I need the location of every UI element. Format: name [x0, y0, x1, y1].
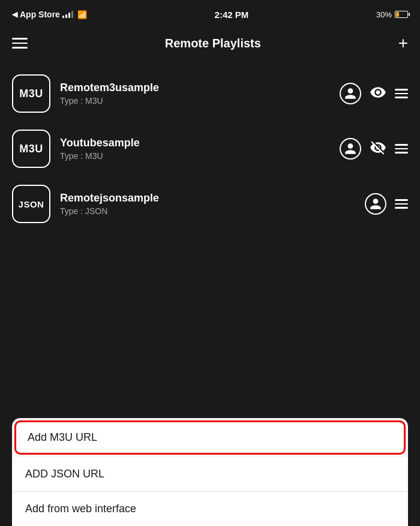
item-type-3: Type : JSON	[60, 206, 355, 216]
item-actions-2	[340, 138, 408, 160]
item-menu-1[interactable]	[395, 89, 408, 98]
add-button[interactable]: +	[398, 35, 408, 52]
add-m3u-url-item[interactable]: Add M3U URL	[14, 420, 406, 455]
item-menu-2[interactable]	[395, 144, 408, 154]
playlist-item-2: M3U Youtubesample Type : M3U	[0, 121, 420, 176]
item-info-2: Youtubesample Type : M3U	[60, 137, 330, 161]
battery-percent: 30%	[376, 10, 392, 19]
person-icon-3[interactable]	[365, 193, 386, 215]
top-nav: Remote Playlists +	[0, 26, 420, 60]
item-info-3: Remotejsonsample Type : JSON	[60, 192, 355, 216]
back-arrow: ◀	[12, 10, 17, 19]
item-type-1: Type : M3U	[60, 96, 330, 106]
item-actions-1	[340, 83, 408, 104]
item-name-1: Remotem3usample	[60, 82, 330, 94]
add-web-interface-item[interactable]: Add from web interface	[12, 492, 408, 526]
item-name-3: Remotejsonsample	[60, 192, 355, 205]
item-actions-3	[365, 193, 408, 215]
person-icon-2[interactable]	[340, 138, 361, 160]
status-bar: ◀ App Store 📶 2:42 PM 30%	[0, 0, 420, 26]
dropdown-overlay: Add M3U URL ADD JSON URL Add from web in…	[0, 358, 420, 526]
page-title: Remote Playlists	[165, 37, 261, 50]
carrier-label: App Store	[20, 10, 60, 19]
item-type-2: Type : M3U	[60, 151, 330, 161]
app-container: ◀ App Store 📶 2:42 PM 30%	[0, 0, 420, 526]
playlist-item-3: JSON Remotejsonsample Type : JSON	[0, 176, 420, 232]
type-badge-m3u-2: M3U	[12, 130, 50, 168]
type-badge-json: JSON	[12, 185, 50, 223]
item-menu-3[interactable]	[395, 199, 408, 209]
type-badge-m3u-1: M3U	[12, 74, 50, 113]
add-json-url-item[interactable]: ADD JSON URL	[12, 457, 408, 492]
menu-button[interactable]	[12, 38, 28, 49]
dropdown-menu: Add M3U URL ADD JSON URL Add from web in…	[12, 418, 408, 526]
playlist-list: M3U Remotem3usample Type : M3U	[0, 60, 420, 238]
item-info-1: Remotem3usample Type : M3U	[60, 82, 330, 106]
item-name-2: Youtubesample	[60, 137, 330, 149]
signal-icon	[62, 11, 73, 18]
battery-icon	[395, 11, 408, 18]
wifi-icon: 📶	[77, 10, 87, 19]
person-icon-1[interactable]	[340, 83, 361, 104]
status-right: 30%	[376, 10, 408, 19]
status-time: 2:42 PM	[215, 10, 249, 20]
status-left: ◀ App Store 📶	[12, 10, 87, 19]
playlist-item: M3U Remotem3usample Type : M3U	[0, 66, 420, 121]
eye-strikethrough-icon-2[interactable]	[370, 139, 386, 158]
eye-icon-1[interactable]	[370, 84, 386, 103]
